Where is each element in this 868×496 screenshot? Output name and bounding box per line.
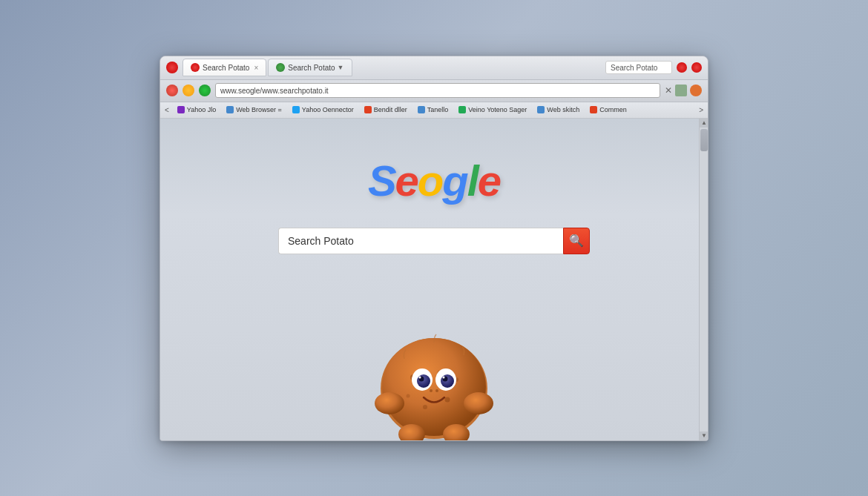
bookmark-favicon7-icon xyxy=(537,106,545,113)
seogle-logo: Seogle xyxy=(368,156,500,205)
potato-nose1 xyxy=(430,389,433,392)
tab-second[interactable]: Search Potato ▼ xyxy=(268,59,352,76)
bookmark-icon[interactable] xyxy=(675,85,687,96)
search-box-container: 🔍 xyxy=(278,228,590,254)
search-input[interactable] xyxy=(278,228,563,254)
tab2-arrow-icon: ▼ xyxy=(338,64,344,71)
tab-label: Search Potato xyxy=(203,64,249,72)
bookmark-bendit[interactable]: Bendit dller xyxy=(361,105,411,114)
bookmark-favicon8-icon xyxy=(590,106,597,113)
bookmark-favicon-icon xyxy=(177,106,185,113)
search-button[interactable]: 🔍 xyxy=(563,228,590,254)
title-icon xyxy=(677,62,687,73)
title-close-icon[interactable] xyxy=(691,62,702,73)
potato-right-arm xyxy=(464,392,493,414)
url-bar[interactable]: www.seogle/www.searchpotato.it xyxy=(215,83,660,98)
bookmark-favicon5-icon xyxy=(418,106,425,113)
potato-spot5 xyxy=(407,394,410,397)
scroll-down-arrow[interactable]: ▼ xyxy=(700,431,708,440)
potato-right-highlight xyxy=(443,376,445,378)
tab-close-button[interactable]: × xyxy=(254,64,258,72)
bookmark-commen[interactable]: Commen xyxy=(586,105,631,114)
bookmark-webskitch[interactable]: Web skitch xyxy=(533,105,583,114)
tab2-favicon-icon xyxy=(276,63,285,72)
scroll-up-arrow[interactable]: ▲ xyxy=(700,119,708,128)
potato-character xyxy=(360,292,508,440)
bookmark-favicon6-icon xyxy=(458,106,466,113)
bookmark-favicon4-icon xyxy=(364,106,372,113)
search-icon: 🔍 xyxy=(569,234,584,248)
bookmarks-nav-right-icon[interactable]: > xyxy=(699,106,703,114)
nav-close-button[interactable] xyxy=(166,85,178,96)
tab-search-potato[interactable]: Search Potato × xyxy=(183,59,266,76)
logo-o: o xyxy=(418,156,442,205)
bookmarks-nav-icon[interactable]: < xyxy=(165,106,169,114)
browser-logo-icon xyxy=(166,62,178,73)
logo-e: e xyxy=(395,156,418,205)
browser-window: Search Potato × Search Potato ▼ Search P… xyxy=(160,56,708,441)
refresh-icon[interactable] xyxy=(690,85,702,96)
potato-spot2 xyxy=(445,397,450,402)
search-engine-content: Seogle 🔍 xyxy=(160,119,708,269)
scrollbar[interactable]: ▲ ▼ xyxy=(699,119,708,440)
title-bar: Search Potato × Search Potato ▼ Search P… xyxy=(160,56,708,80)
bookmark-yahoo[interactable]: Yahoo Jlo xyxy=(174,105,220,114)
tab2-label: Search Potato xyxy=(288,64,335,72)
scrollbar-thumb[interactable] xyxy=(700,129,708,151)
title-bar-right: Search Potato xyxy=(605,61,702,74)
potato-svg xyxy=(360,292,508,440)
address-bar: www.seogle/www.searchpotato.it ✕ xyxy=(160,80,708,102)
potato-right-pupil xyxy=(441,374,454,388)
potato-left-pupil xyxy=(417,374,430,388)
potato-body-main xyxy=(382,338,486,436)
bookmark-webbrowser[interactable]: Web Browser = xyxy=(223,105,286,114)
bookmark-favicon3-icon xyxy=(292,106,300,113)
potato-left-arm xyxy=(375,392,404,414)
potato-left-highlight xyxy=(419,376,421,378)
address-bar-right: ✕ xyxy=(665,85,702,96)
bookmarks-bar: < Yahoo Jlo Web Browser = Yahoo Oennecto… xyxy=(160,102,708,119)
logo-l: l xyxy=(467,156,478,205)
potato-spot3 xyxy=(423,405,427,409)
bookmark-favicon2-icon xyxy=(226,106,234,113)
nav-maximize-button[interactable] xyxy=(199,85,211,96)
nav-minimize-button[interactable] xyxy=(183,85,194,96)
potato-nose2 xyxy=(435,389,438,392)
url-text: www.seogle/www.searchpotato.it xyxy=(220,87,329,95)
logo-e2: e xyxy=(478,156,500,205)
bookmark-twitter[interactable]: Yahoo Oennector xyxy=(289,105,358,114)
title-search-input[interactable]: Search Potato xyxy=(605,61,672,74)
content-area: ▲ ▼ Seogle 🔍 xyxy=(160,119,708,440)
logo-s: S xyxy=(368,156,395,205)
bookmark-tanello[interactable]: Tanello xyxy=(414,105,453,114)
tab-favicon-icon xyxy=(191,63,200,72)
logo-g: g xyxy=(442,156,467,205)
bookmark-veino[interactable]: Veino Yoteno Sager xyxy=(455,105,530,114)
url-clear-button[interactable]: ✕ xyxy=(665,85,672,96)
